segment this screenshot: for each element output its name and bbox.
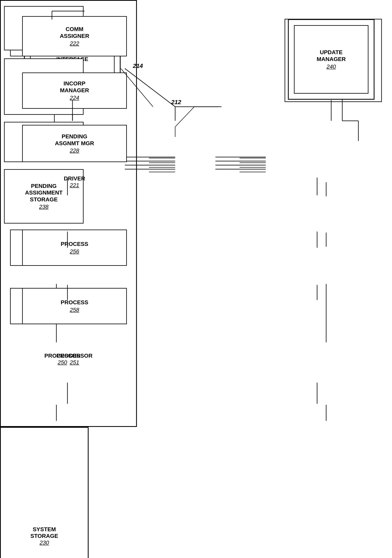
update-manager-box: UPDATEMANAGER 240 <box>288 19 375 100</box>
right-pending-asgnmt-box: PENDINGASGNMT MGR 228 <box>22 125 127 162</box>
right-comm-assigner-box: COMMASSIGNER 222 <box>22 16 127 56</box>
right-driver-num: 221 <box>70 182 79 188</box>
system-storage-outer: BUFFERSTORAGE 232 ASSIGNMENTCRITERIASTOR… <box>0 427 89 558</box>
right-incorp-manager-num: 224 <box>70 95 79 101</box>
system-storage-num: 230 <box>40 540 49 546</box>
right-process1-num: 256 <box>70 248 79 255</box>
right-processor-num: 251 <box>70 359 79 366</box>
right-process2-title: PROCESS <box>61 299 88 306</box>
update-manager-title: UPDATEMANAGER <box>317 49 346 62</box>
right-comm-assigner-num: 222 <box>70 40 79 47</box>
right-comm-assigner-title: COMMASSIGNER <box>60 26 89 39</box>
right-process1-title: PROCESS <box>61 241 88 247</box>
right-processor-title: PROCESSOR <box>57 353 93 359</box>
right-process1-box: PROCESS 256 <box>22 230 127 266</box>
pending-assignment-num: 238 <box>39 204 49 210</box>
right-driver-label: DRIVER 221 <box>22 175 127 189</box>
right-incorp-manager-box: INCORPMANAGER 224 <box>22 72 127 109</box>
right-pending-asgnmt-num: 228 <box>70 148 79 154</box>
ref-214: 214 <box>133 62 143 69</box>
right-process2-num: 258 <box>70 307 79 313</box>
diagram-container: 208 COMMINTERFACE 210 214 212 UPDATEMANA… <box>0 0 392 558</box>
right-driver-title: DRIVER <box>64 175 85 182</box>
right-pending-asgnmt-title: PENDINGASGNMT MGR <box>55 133 94 147</box>
right-incorp-manager-title: INCORPMANAGER <box>60 80 89 94</box>
svg-line-33 <box>175 107 194 127</box>
ref-212: 212 <box>171 99 181 105</box>
system-storage-label: SYSTEMSTORAGE 230 <box>0 526 89 546</box>
update-manager-num: 240 <box>327 63 336 70</box>
right-process2-box: PROCESS 258 <box>22 288 127 324</box>
right-processor-label: PROCESSOR 251 <box>22 352 127 366</box>
system-storage-title: SYSTEMSTORAGE <box>30 526 58 539</box>
